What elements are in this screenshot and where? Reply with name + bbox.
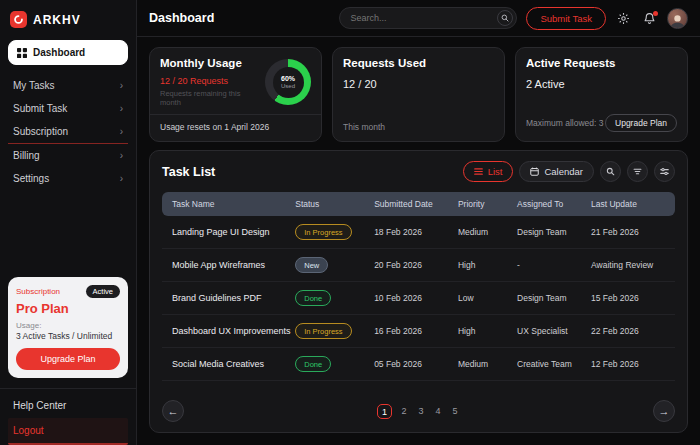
sidebar-item-my-tasks[interactable]: My Tasks › bbox=[8, 74, 128, 97]
submitted-date: 18 Feb 2026 bbox=[374, 227, 458, 237]
col-status: Status bbox=[295, 199, 374, 209]
page-number[interactable]: 3 bbox=[416, 406, 426, 416]
brand-logo: ARKHV bbox=[8, 9, 128, 40]
logout-link[interactable]: Logout bbox=[8, 418, 128, 445]
page-number[interactable]: 1 bbox=[377, 404, 392, 419]
table-row[interactable]: Brand Guidelines PDF Done 10 Feb 2026 Lo… bbox=[162, 282, 675, 315]
settings-gear-button[interactable] bbox=[615, 10, 632, 27]
sidebar-item-label: Billing bbox=[13, 150, 40, 161]
active-requests-value: 2 Active bbox=[526, 78, 677, 90]
donut-sub-label: Used bbox=[281, 83, 295, 90]
notifications-button[interactable] bbox=[641, 10, 658, 27]
page-number[interactable]: 4 bbox=[433, 406, 443, 416]
pagination: ← 1 2 3 4 5 → bbox=[162, 392, 675, 422]
last-update: 22 Feb 2026 bbox=[591, 326, 665, 336]
table-row[interactable]: Mobile App Wireframes New 20 Feb 2026 Hi… bbox=[162, 249, 675, 282]
summary-cards: Monthly Usage 12 / 20 Requests Requests … bbox=[137, 37, 700, 150]
status-badge: Done bbox=[295, 290, 331, 306]
table-row[interactable]: Dashboard UX Improvements In Progress 16… bbox=[162, 315, 675, 348]
sidebar-item-subscription[interactable]: Subscription › bbox=[8, 120, 128, 144]
usage-value: 3 Active Tasks / Unlimited bbox=[16, 331, 120, 341]
subscription-card: Subscription Active Pro Plan Usage: 3 Ac… bbox=[8, 277, 128, 378]
assigned-to: Creative Team bbox=[517, 359, 591, 369]
card-title: Requests Used bbox=[343, 57, 494, 69]
col-submitted-date: Submitted Date bbox=[374, 199, 458, 209]
task-name: Mobile App Wireframes bbox=[172, 260, 295, 270]
filter-icon bbox=[633, 167, 642, 176]
task-list-title: Task List bbox=[162, 165, 215, 179]
page-number[interactable]: 5 bbox=[450, 406, 460, 416]
prev-page-button[interactable]: ← bbox=[162, 400, 184, 422]
sliders-button[interactable] bbox=[654, 161, 675, 182]
priority: High bbox=[458, 260, 517, 270]
sidebar-item-dashboard[interactable]: Dashboard bbox=[8, 40, 128, 65]
view-calendar-button[interactable]: Calendar bbox=[519, 161, 594, 182]
sidebar-item-settings[interactable]: Settings › bbox=[8, 167, 128, 190]
donut-percent-label: 60% bbox=[281, 75, 295, 83]
submitted-date: 05 Feb 2026 bbox=[374, 359, 458, 369]
sliders-icon bbox=[660, 167, 669, 176]
page-title: Dashboard bbox=[149, 11, 214, 25]
monthly-usage-card: Monthly Usage 12 / 20 Requests Requests … bbox=[149, 47, 322, 142]
plan-name: Pro Plan bbox=[16, 301, 120, 316]
gear-icon bbox=[617, 12, 630, 25]
sidebar-item-billing[interactable]: Billing › bbox=[8, 144, 128, 167]
task-list-panel: Task List List Calendar bbox=[149, 150, 688, 433]
next-page-button[interactable]: → bbox=[653, 400, 675, 422]
col-priority: Priority bbox=[458, 199, 517, 209]
help-center-link[interactable]: Help Center bbox=[8, 393, 128, 418]
view-list-label: List bbox=[488, 166, 503, 177]
avatar[interactable] bbox=[667, 8, 688, 29]
last-update: 15 Feb 2026 bbox=[591, 293, 665, 303]
calendar-icon bbox=[530, 167, 539, 176]
view-list-button[interactable]: List bbox=[463, 161, 514, 182]
submitted-date: 16 Feb 2026 bbox=[374, 326, 458, 336]
brand-name: ARKHV bbox=[33, 13, 81, 27]
list-icon bbox=[474, 167, 483, 176]
task-name: Dashboard UX Improvements bbox=[172, 326, 295, 336]
search-input[interactable] bbox=[350, 13, 497, 23]
search-icon bbox=[606, 167, 615, 176]
sidebar: ARKHV Dashboard My Tasks › Submit Task ›… bbox=[0, 0, 137, 445]
subscription-label: Subscription bbox=[16, 287, 60, 296]
search-icon[interactable] bbox=[497, 10, 513, 26]
view-calendar-label: Calendar bbox=[544, 166, 583, 177]
sidebar-item-label: Dashboard bbox=[33, 47, 85, 58]
upgrade-plan-button[interactable]: Upgrade Plan bbox=[16, 348, 120, 370]
dashboard-grid-icon bbox=[17, 48, 27, 58]
page-number[interactable]: 2 bbox=[399, 406, 409, 416]
chevron-right-icon: › bbox=[120, 80, 123, 91]
priority: Medium bbox=[458, 359, 517, 369]
table-row[interactable]: Social Media Creatives Done 05 Feb 2026 … bbox=[162, 348, 675, 381]
table-row[interactable]: Landing Page UI Design In Progress 18 Fe… bbox=[162, 216, 675, 249]
upgrade-plan-outline-button[interactable]: Upgrade Plan bbox=[605, 114, 677, 132]
priority: Low bbox=[458, 293, 517, 303]
requests-used-subtext: This month bbox=[343, 122, 385, 132]
submit-task-button[interactable]: Submit Task bbox=[526, 7, 606, 30]
active-badge: Active bbox=[86, 285, 120, 298]
usage-donut-chart: 60% Used bbox=[265, 59, 311, 105]
usage-label: Usage: bbox=[16, 321, 120, 330]
chevron-right-icon: › bbox=[120, 103, 123, 114]
task-name: Brand Guidelines PDF bbox=[172, 293, 295, 303]
col-assigned-to: Assigned To bbox=[517, 199, 591, 209]
card-title: Monthly Usage bbox=[160, 57, 252, 69]
sidebar-item-label: Subscription bbox=[13, 126, 68, 137]
task-name: Landing Page UI Design bbox=[172, 227, 295, 237]
col-last-update: Last Update bbox=[591, 199, 665, 209]
last-update: 21 Feb 2026 bbox=[591, 227, 665, 237]
status-badge: In Progress bbox=[295, 323, 351, 339]
status-badge: Done bbox=[295, 356, 331, 372]
table-search-button[interactable] bbox=[600, 161, 621, 182]
filter-button[interactable] bbox=[627, 161, 648, 182]
requests-used-value: 12 / 20 bbox=[343, 78, 494, 90]
assigned-to: Design Team bbox=[517, 293, 591, 303]
sidebar-item-submit-task[interactable]: Submit Task › bbox=[8, 97, 128, 120]
sidebar-item-label: Settings bbox=[13, 173, 49, 184]
priority: High bbox=[458, 326, 517, 336]
last-update: Awaiting Review bbox=[591, 260, 665, 270]
chevron-right-icon: › bbox=[120, 126, 123, 137]
app-window: ARKHV Dashboard My Tasks › Submit Task ›… bbox=[0, 0, 700, 445]
last-update: 12 Feb 2026 bbox=[591, 359, 665, 369]
notification-dot bbox=[653, 11, 658, 16]
